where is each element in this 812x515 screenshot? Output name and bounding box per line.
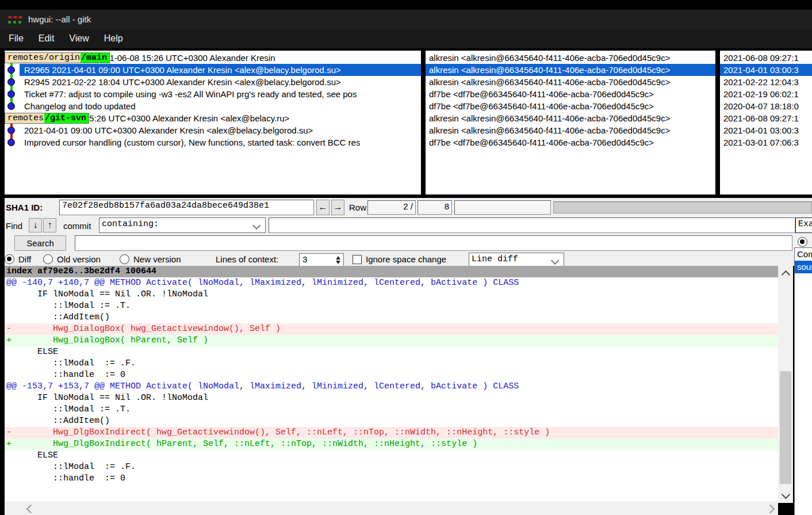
graph-cell xyxy=(5,124,20,136)
commit-node-icon xyxy=(7,127,15,134)
diff-hunk-header: @@ -140,7 +140,7 @@ METHOD Activate( lNo… xyxy=(5,277,778,289)
commit-node-icon xyxy=(7,90,15,98)
back-button[interactable]: ← xyxy=(316,200,330,215)
commit-author[interactable]: alkresin <alkresin@66345640-f411-406e-ac… xyxy=(426,124,715,136)
remote-prefix: remotes xyxy=(5,113,44,123)
diff-view[interactable]: index af79e26..3be2df4 100644 @@ -140,7 … xyxy=(5,266,778,501)
commit-date-selected[interactable]: 2021-04-01 03:00:3 xyxy=(720,64,812,76)
spinner-down-icon[interactable] xyxy=(336,261,340,264)
diff-context-line: ::AddItem() xyxy=(5,312,778,323)
diff-removed-line: - Hwg_DlgBoxIndirect( hwg_Getactivewindo… xyxy=(5,427,778,438)
search-button[interactable]: Search xyxy=(14,235,66,251)
diff-removed-line: - Hwg_DialogBox( hwg_Getactivewindow(), … xyxy=(5,323,778,335)
commit-graph-panel[interactable]: main remotes/origin/main R2999 2021-06-0… xyxy=(5,51,421,194)
chevron-down-icon xyxy=(551,257,559,265)
diff-context-line: IF lNoModal == Nil .OR. !lNoModal xyxy=(5,289,778,300)
commit-node-icon xyxy=(7,66,15,74)
ignore-space-checkbox[interactable] xyxy=(353,255,362,264)
date-panel[interactable]: 2021-06-08 09:27:1 2021-04-01 03:00:3 20… xyxy=(720,51,812,194)
commit-subject: R2945 2021-02-22 18:04 UTC+0300 Alexande… xyxy=(20,77,341,87)
graph-cell xyxy=(5,136,20,148)
scrollbar-thumb[interactable] xyxy=(780,371,791,484)
scroll-down-icon[interactable] xyxy=(782,490,791,499)
sha1-input[interactable]: 7e02f28edb8b157fa6ad03a24da8bece649d38e1 xyxy=(59,200,314,215)
file-list-item-selected[interactable]: source/hdialog.prg xyxy=(795,261,812,273)
new-version-radio[interactable] xyxy=(120,254,129,264)
commit-row[interactable]: Improved cursor handling (custom cursor)… xyxy=(5,136,421,148)
file-list-panel[interactable]: Comments source/hdialog.prg xyxy=(794,247,812,515)
find-mode-dropdown[interactable]: containing: xyxy=(99,218,266,233)
author-panel[interactable]: alkresin <alkresin@66345640-f411-406e-ac… xyxy=(426,51,715,194)
scroll-left-icon[interactable] xyxy=(26,505,36,514)
commit-subject: Improved cursor handling (custom cursor)… xyxy=(20,138,360,147)
commit-date[interactable]: 2021-02-19 06:02:1 xyxy=(720,88,812,100)
find-input[interactable] xyxy=(269,218,795,233)
old-version-radio[interactable] xyxy=(43,254,53,264)
diff-context-line: IF lNoModal == Nil .OR. !lNoModal xyxy=(5,392,778,404)
commit-row[interactable]: Ticket #77: adjust to compile using -w3 … xyxy=(5,88,421,100)
branch-label-git-svn[interactable]: remotes/git-svn xyxy=(5,113,89,124)
commit-row[interactable]: R2945 2021-02-22 18:04 UTC+0300 Alexande… xyxy=(5,76,421,88)
commit-date[interactable]: 2021-06-08 09:27:1 xyxy=(720,112,812,124)
diff-context-line: ELSE xyxy=(5,450,778,461)
commit-date[interactable]: 2021-02-22 12:04:3 xyxy=(720,76,812,88)
commit-author[interactable]: alkresin <alkresin@66345640-f411-406e-ac… xyxy=(426,76,715,88)
patch-radio[interactable] xyxy=(798,237,807,247)
file-list-item-comments[interactable]: Comments xyxy=(795,248,812,261)
find-mode-value: containing: xyxy=(102,219,159,229)
row-extra-field xyxy=(454,200,551,215)
spinner-up-icon[interactable] xyxy=(336,256,340,260)
diff-index-line: index af79e26..3be2df4 100644 xyxy=(5,266,778,277)
commit-date[interactable]: 2020-04-07 18:18:0 xyxy=(720,100,812,112)
find-next-button[interactable]: ↑ xyxy=(43,218,56,232)
context-spinner[interactable]: 3 xyxy=(299,253,344,267)
sha1-label: SHA1 ID: xyxy=(6,203,43,212)
commit-date[interactable]: 2021-06-08 09:27:1 xyxy=(720,52,812,64)
gitk-app-icon xyxy=(8,14,23,25)
diff-horizontal-scrollbar[interactable] xyxy=(5,501,778,515)
commit-row[interactable]: remotes/git-svn 2021-06-08 15:26 UTC+030… xyxy=(5,112,421,124)
diff-radio[interactable] xyxy=(5,254,14,264)
commit-row[interactable]: 2021-04-01 09:00 UTC+0300 Alexander Kres… xyxy=(5,124,421,136)
menu-help[interactable]: Help xyxy=(97,33,131,44)
graph-cell xyxy=(5,64,20,76)
window-title: hwgui: --all - gitk xyxy=(28,14,91,24)
menu-view[interactable]: View xyxy=(62,33,96,44)
commit-row[interactable]: Changelog and todo updated xyxy=(5,100,421,112)
commit-date[interactable]: 2021-03-01 07:06:3 xyxy=(720,136,812,148)
search-input[interactable] xyxy=(75,235,792,251)
commit-panels: main remotes/origin/main R2999 2021-06-0… xyxy=(0,48,812,198)
diff-context-line: ::lModal := .F. xyxy=(5,461,778,473)
commit-row[interactable]: main remotes/origin/main R2999 2021-06-0… xyxy=(5,52,421,64)
commit-author[interactable]: alkresin <alkresin@66345640-f411-406e-ac… xyxy=(426,112,715,124)
menu-file[interactable]: File xyxy=(1,33,31,44)
find-match-dropdown[interactable]: Exact xyxy=(795,218,812,233)
remote-name: /main xyxy=(81,53,109,63)
row-label: Row xyxy=(349,203,366,212)
scroll-right-icon[interactable] xyxy=(766,505,775,514)
graph-cell xyxy=(5,76,20,88)
commit-author-selected[interactable]: alkresin <alkresin@66345640-f411-406e-ac… xyxy=(426,64,715,76)
commit-date[interactable]: 2021-04-01 03:00:3 xyxy=(720,124,812,136)
menu-edit[interactable]: Edit xyxy=(31,33,62,44)
commit-author[interactable]: alkresin <alkresin@66345640-f411-406e-ac… xyxy=(426,52,715,64)
graph-cell xyxy=(5,88,20,100)
forward-button[interactable]: → xyxy=(331,200,344,215)
diff-added-line: + Hwg_DialogBox( hParent, Self ) xyxy=(5,335,778,346)
row-total-field: 8 xyxy=(418,200,452,215)
commit-subject: Ticket #77: adjust to compile using -w3 … xyxy=(20,89,357,99)
commit-row-selected[interactable]: R2965 2021-04-01 09:00 UTC+0300 Alexande… xyxy=(5,64,421,76)
find-prev-button[interactable]: ↓ xyxy=(29,218,42,232)
diff-radio-label: Diff xyxy=(18,254,31,264)
chevron-down-icon xyxy=(252,222,261,230)
commit-author[interactable]: df7be <df7be@66345640-f411-406e-acba-706… xyxy=(426,136,715,148)
scroll-up-icon[interactable] xyxy=(782,270,791,280)
commit-author[interactable]: df7be <df7be@66345640-f411-406e-acba-706… xyxy=(426,100,715,112)
branch-label-remote-main[interactable]: remotes/origin/main xyxy=(5,52,110,63)
commit-author[interactable]: df7be <df7be@66345640-f411-406e-acba-706… xyxy=(426,88,715,100)
ignore-space-label: Ignore space change xyxy=(366,254,446,264)
diff-vertical-scrollbar[interactable] xyxy=(778,266,793,503)
diff-context-line: ::handle := 0 xyxy=(5,369,778,381)
progress-bar xyxy=(553,201,812,213)
line-diff-value: Line diff xyxy=(472,254,518,264)
